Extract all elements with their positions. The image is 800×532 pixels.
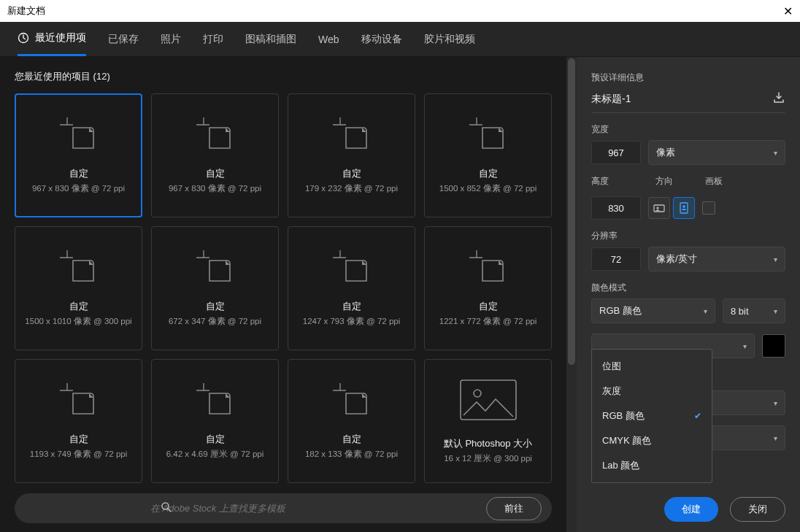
svg-rect-1 (461, 380, 516, 420)
colormode-option[interactable]: Lab 颜色 (592, 453, 712, 478)
tab-saved[interactable]: 已保存 (108, 22, 139, 56)
preset-label: 自定 (342, 300, 361, 313)
grid-scrollbar[interactable] (566, 57, 577, 532)
preset-label: 自定 (342, 167, 361, 180)
preset-card[interactable]: 自定1500 x 852 像素 @ 72 ppi (424, 93, 552, 217)
colormode-select[interactable]: RGB 颜色▾ (591, 298, 715, 323)
colormode-option[interactable]: CMYK 颜色 (592, 428, 712, 453)
clock-icon (18, 32, 29, 44)
preset-card[interactable]: 自定1193 x 749 像素 @ 72 ppi (15, 359, 142, 483)
grid-heading: 您最近使用的项目 (12) (15, 70, 552, 83)
close-icon[interactable]: ✕ (783, 4, 793, 18)
preset-sub: 6.42 x 4.69 厘米 @ 72 ppi (166, 449, 264, 460)
width-unit-select[interactable]: 像素▾ (648, 140, 785, 165)
preset-card[interactable]: 自定1247 x 793 像素 @ 72 ppi (288, 226, 415, 350)
preset-label: 默认 Photoshop 大小 (444, 437, 532, 450)
resolution-unit-select[interactable]: 像素/英寸▾ (648, 247, 785, 271)
orientation-label: 方向 (655, 175, 673, 188)
chevron-down-icon: ▾ (704, 307, 707, 315)
colormode-dropdown: 位图灰度RGB 颜色✔CMYK 颜色Lab 颜色 (591, 349, 712, 483)
page-icon (196, 250, 234, 284)
preset-label: 自定 (479, 167, 498, 180)
preset-card[interactable]: 自定6.42 x 4.69 厘米 @ 72 ppi (151, 359, 279, 483)
resolution-input[interactable] (591, 247, 641, 271)
preset-card[interactable]: 自定967 x 830 像素 @ 72 ppi (151, 93, 279, 217)
preset-label: 自定 (69, 300, 88, 313)
tab-illustration[interactable]: 图稿和插图 (245, 22, 296, 56)
preset-card[interactable]: 自定672 x 347 像素 @ 72 ppi (151, 226, 279, 350)
close-button[interactable]: 关闭 (730, 497, 785, 522)
preset-sub: 179 x 232 像素 @ 72 ppi (305, 183, 398, 194)
tab-print[interactable]: 打印 (203, 22, 223, 56)
artboard-label: 画板 (705, 175, 723, 188)
preset-details-panel: 预设详细信息 未标题-1 宽度 像素▾ 高度 方向 画板 (577, 57, 800, 532)
preset-grid: 自定967 x 830 像素 @ 72 ppi自定967 x 830 像素 @ … (15, 93, 552, 483)
preset-sub: 182 x 133 像素 @ 72 ppi (305, 449, 398, 460)
tab-web[interactable]: Web (318, 22, 339, 56)
titlebar: 新建文档 ✕ (0, 0, 800, 22)
preset-card[interactable]: 自定967 x 830 像素 @ 72 ppi (15, 93, 142, 217)
preset-label: 自定 (206, 167, 225, 180)
colormode-option[interactable]: 位图 (592, 354, 712, 379)
check-icon: ✔ (694, 411, 701, 421)
svg-point-2 (474, 390, 481, 397)
details-heading: 预设详细信息 (591, 72, 785, 84)
window-title: 新建文档 (7, 4, 45, 18)
page-icon (60, 250, 98, 284)
resolution-label: 分辨率 (591, 230, 785, 242)
bitdepth-select[interactable]: 8 bit▾ (723, 298, 785, 323)
preset-label: 自定 (479, 300, 498, 313)
chevron-down-icon: ▾ (774, 149, 777, 157)
background-swatch[interactable] (762, 334, 785, 358)
preset-label: 自定 (206, 433, 225, 446)
page-icon (469, 250, 507, 284)
image-icon (459, 379, 518, 421)
page-icon (196, 117, 234, 151)
preset-card[interactable]: 自定179 x 232 像素 @ 72 ppi (288, 93, 415, 217)
colormode-option[interactable]: 灰度 (592, 379, 712, 404)
page-icon (469, 117, 507, 151)
chevron-down-icon: ▾ (774, 307, 777, 315)
chevron-down-icon: ▾ (774, 399, 777, 407)
preset-grid-panel: 您最近使用的项目 (12) 自定967 x 830 像素 @ 72 ppi自定9… (0, 57, 566, 532)
artboard-checkbox[interactable] (702, 201, 715, 215)
preset-sub: 967 x 830 像素 @ 72 ppi (32, 183, 125, 194)
preset-sub: 967 x 830 像素 @ 72 ppi (169, 183, 261, 194)
orientation-portrait-button[interactable] (673, 197, 695, 219)
tab-mobile[interactable]: 移动设备 (361, 22, 402, 56)
height-input[interactable] (591, 196, 641, 220)
preset-sub: 1500 x 852 像素 @ 72 ppi (439, 183, 537, 194)
svg-point-7 (682, 205, 685, 208)
document-name[interactable]: 未标题-1 (591, 93, 631, 106)
preset-card[interactable]: 默认 Photoshop 大小16 x 12 厘米 @ 300 ppi (424, 359, 552, 483)
stock-go-button[interactable]: 前往 (486, 497, 542, 520)
stock-search-input[interactable] (150, 503, 477, 514)
tab-film[interactable]: 胶片和视频 (424, 22, 475, 56)
svg-rect-6 (680, 203, 688, 213)
tab-photo[interactable]: 照片 (161, 22, 181, 56)
preset-card[interactable]: 自定1500 x 1010 像素 @ 300 ppi (15, 226, 142, 350)
page-icon (333, 383, 371, 417)
colormode-label: 颜色模式 (591, 282, 785, 294)
preset-label: 自定 (206, 300, 225, 313)
chevron-down-icon: ▾ (774, 255, 777, 263)
svg-point-5 (656, 207, 658, 209)
width-input[interactable] (591, 141, 641, 164)
tab-label: 最近使用项 (35, 31, 86, 45)
preset-card[interactable]: 自定1221 x 772 像素 @ 72 ppi (424, 226, 552, 350)
create-button[interactable]: 创建 (664, 497, 718, 522)
page-icon (60, 383, 98, 417)
height-label: 高度 (591, 175, 609, 188)
preset-sub: 16 x 12 厘米 @ 300 ppi (444, 453, 532, 464)
save-preset-icon[interactable] (772, 91, 785, 107)
page-icon (333, 250, 371, 284)
tab-recent[interactable]: 最近使用项 (18, 22, 86, 56)
stock-search-row: 前往 (15, 493, 552, 523)
preset-sub: 672 x 347 像素 @ 72 ppi (169, 316, 261, 327)
preset-sub: 1193 x 749 像素 @ 72 ppi (30, 449, 128, 460)
preset-label: 自定 (342, 433, 361, 446)
width-label: 宽度 (591, 123, 785, 136)
colormode-option[interactable]: RGB 颜色✔ (592, 404, 712, 428)
preset-card[interactable]: 自定182 x 133 像素 @ 72 ppi (288, 359, 415, 483)
orientation-landscape-button[interactable] (648, 197, 670, 219)
